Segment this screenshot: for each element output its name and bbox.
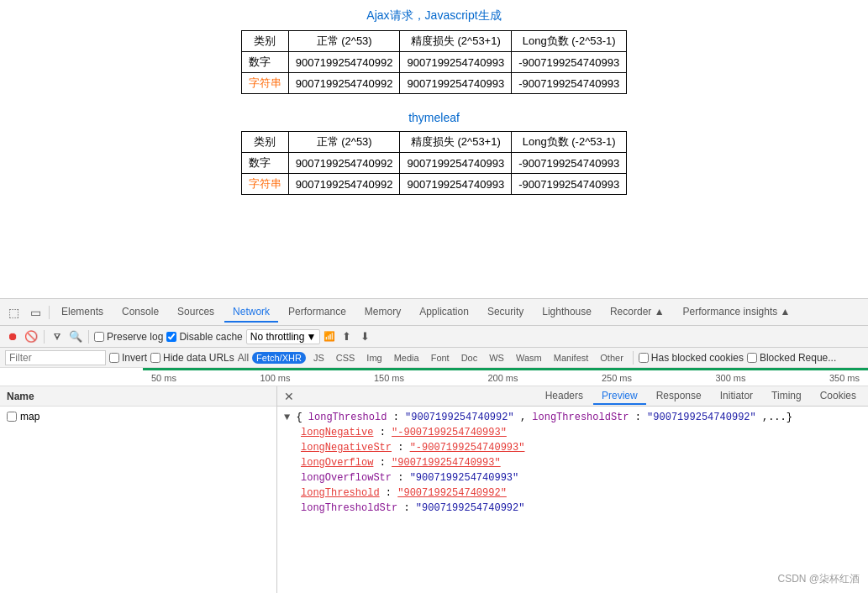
preview-panel: ✕ Headers Preview Response Initiator Tim… [277, 386, 868, 593]
filter-wasm[interactable]: Wasm [512, 352, 546, 364]
blocked-requests-label: Blocked Reque... [760, 352, 836, 364]
tab-response[interactable]: Response [648, 388, 710, 405]
hide-data-urls-checkbox[interactable]: Hide data URLs [150, 352, 234, 364]
cell-long: -9007199254740993 [512, 52, 627, 73]
tab-memory[interactable]: Memory [356, 302, 409, 323]
preview-content: ▼ { longThreshold : "9007199254740992" ,… [277, 407, 868, 593]
filter-img[interactable]: Img [362, 352, 386, 364]
tab-preview[interactable]: Preview [593, 388, 646, 405]
cell-normal: 9007199254740992 [288, 73, 400, 94]
hide-data-urls-label: Hide data URLs [163, 352, 234, 364]
has-blocked-cookies-label: Has blocked cookies [651, 352, 744, 364]
json-line-5: longOverflowStr : "9007199254740993" [301, 470, 861, 485]
cell-normal: 9007199254740992 [288, 52, 400, 73]
chevron-down-icon: ▼ [306, 331, 316, 343]
cell-long: -9007199254740993 [512, 153, 627, 174]
row-checkbox[interactable] [7, 412, 17, 422]
filter-media[interactable]: Media [390, 352, 423, 364]
tick-50: 50 ms [151, 373, 176, 383]
filter-css[interactable]: CSS [332, 352, 360, 364]
tab-lighthouse[interactable]: Lighthouse [534, 302, 600, 323]
tab-initiator[interactable]: Initiator [712, 388, 761, 405]
filter-fetch-xhr[interactable]: Fetch/XHR [252, 352, 306, 364]
header-long: Long负数 (-2^53-1) [512, 31, 627, 52]
cell-type: 数字 [241, 52, 288, 73]
filter-js[interactable]: JS [309, 352, 329, 364]
section1-title: Ajax请求，Javascript生成 [17, 8, 851, 24]
cell-long: -9007199254740993 [512, 174, 627, 195]
tab-console[interactable]: Console [113, 302, 167, 323]
filter-icon[interactable]: ⛛ [50, 329, 65, 344]
tab-timing[interactable]: Timing [763, 388, 810, 405]
clear-button[interactable]: 🚫 [24, 329, 39, 344]
filter-ws[interactable]: WS [485, 352, 508, 364]
devtools-tabbar: ⬚ ▭ Elements Console Sources Network Per… [0, 299, 868, 326]
tick-150: 150 ms [374, 373, 404, 383]
table-header-row: 类别 正常 (2^53) 精度损失 (2^53+1) Long负数 (-2^53… [241, 132, 626, 153]
cell-normal: 9007199254740992 [288, 153, 400, 174]
export-icon[interactable]: ⬇ [357, 329, 372, 344]
name-header: Name [0, 386, 276, 407]
name-column-label: Name [7, 391, 34, 402]
list-item[interactable]: map [0, 407, 276, 427]
filter-other[interactable]: Other [596, 352, 628, 364]
has-blocked-cookies-input[interactable] [639, 353, 649, 363]
invert-input[interactable] [109, 353, 119, 363]
filter-input[interactable] [5, 350, 106, 365]
main-content: Ajax请求，Javascript生成 类别 正常 (2^53) 精度损失 (2… [0, 0, 868, 298]
json-line-1: ▼ { longThreshold : "9007199254740992" ,… [284, 410, 861, 425]
filter-sep [633, 351, 634, 365]
hide-data-urls-input[interactable] [150, 353, 160, 363]
invert-label: Invert [122, 352, 147, 364]
devtools-main: Name map ✕ Headers Preview Response Init… [0, 386, 868, 593]
cell-precision: 9007199254740993 [400, 153, 512, 174]
preserve-log-checkbox[interactable]: Preserve log [94, 331, 163, 343]
tab-sources[interactable]: Sources [169, 302, 223, 323]
json-line-2: longNegative : "-9007199254740993" [301, 425, 861, 440]
throttling-label: No throttling [250, 331, 305, 343]
json-line-3: longNegativeStr : "-9007199254740993" [301, 440, 861, 455]
tab-performance-insights[interactable]: Performance insights ▲ [675, 302, 799, 323]
preserve-log-input[interactable] [94, 332, 104, 342]
blocked-requests-checkbox[interactable]: Blocked Reque... [747, 352, 836, 364]
tab-security[interactable]: Security [479, 302, 532, 323]
cell-long: -9007199254740993 [512, 73, 627, 94]
import-icon[interactable]: ⬆ [339, 329, 354, 344]
tab-recorder[interactable]: Recorder ▲ [602, 302, 673, 323]
header-precision: 精度损失 (2^53+1) [400, 31, 512, 52]
header-type: 类别 [241, 132, 288, 153]
cell-type: 字符串 [241, 174, 288, 195]
timeline-green-bar [143, 368, 868, 370]
phone-icon[interactable]: ▭ [25, 302, 45, 323]
tick-200: 200 ms [487, 373, 518, 383]
timeline-area: 50 ms 100 ms 150 ms 200 ms 250 ms 300 ms… [0, 368, 868, 386]
throttling-dropdown[interactable]: No throttling ▼ [246, 329, 321, 344]
tab-elements[interactable]: Elements [53, 302, 112, 323]
filter-manifest[interactable]: Manifest [550, 352, 593, 364]
disable-cache-checkbox[interactable]: Disable cache [166, 331, 242, 343]
tab-cookies[interactable]: Cookies [812, 388, 865, 405]
invert-checkbox[interactable]: Invert [109, 352, 147, 364]
search-icon[interactable]: 🔍 [68, 329, 83, 344]
filter-all-label: All [238, 352, 249, 364]
table-header-row: 类别 正常 (2^53) 精度损失 (2^53+1) Long负数 (-2^53… [241, 31, 626, 52]
header-normal: 正常 (2^53) [288, 132, 400, 153]
expand-icon[interactable]: ▼ [284, 412, 290, 423]
section1: Ajax请求，Javascript生成 类别 正常 (2^53) 精度损失 (2… [17, 8, 851, 94]
disable-cache-input[interactable] [166, 332, 176, 342]
tab-performance[interactable]: Performance [280, 302, 355, 323]
blocked-requests-input[interactable] [747, 353, 757, 363]
tab-network[interactable]: Network [224, 302, 278, 323]
filter-font[interactable]: Font [427, 352, 454, 364]
preserve-log-label: Preserve log [107, 331, 163, 343]
tab-headers[interactable]: Headers [537, 388, 592, 405]
tab-application[interactable]: Application [411, 302, 477, 323]
cursor-icon[interactable]: ⬚ [3, 302, 24, 323]
has-blocked-cookies-checkbox[interactable]: Has blocked cookies [639, 352, 744, 364]
close-button[interactable]: ✕ [281, 390, 297, 403]
request-name: map [20, 411, 39, 422]
network-toolbar: ⏺ 🚫 ⛛ 🔍 Preserve log Disable cache No th… [0, 326, 868, 348]
filter-doc[interactable]: Doc [457, 352, 482, 364]
table-row: 字符串 9007199254740992 9007199254740993 -9… [241, 174, 626, 195]
record-button[interactable]: ⏺ [5, 329, 20, 344]
